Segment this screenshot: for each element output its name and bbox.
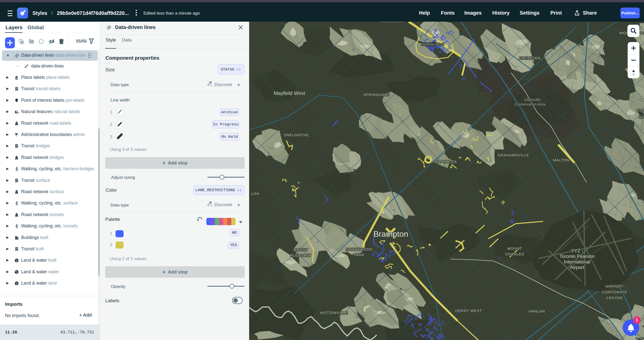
svg-text:YYZ -: YYZ - bbox=[571, 248, 583, 253]
svg-text:ETOBICO: ETOBICO bbox=[637, 109, 644, 113]
svg-text:Airport: Airport bbox=[570, 265, 584, 270]
svg-text:BRAMALEA: BRAMALEA bbox=[435, 160, 457, 164]
svg-text:MALTON: MALTON bbox=[553, 158, 569, 162]
svg-text:SNELGROVE: SNELGROVE bbox=[284, 133, 309, 137]
svg-text:HUTTONVILLE: HUTTONVILLE bbox=[320, 311, 348, 315]
svg-text:MOUNT: MOUNT bbox=[293, 248, 308, 252]
svg-text:LOA: LOA bbox=[251, 192, 259, 196]
svg-text:PLEASANT: PLEASANT bbox=[290, 253, 311, 257]
svg-text:CHARLES: CHARLES bbox=[505, 252, 524, 256]
svg-text:HANLAN: HANLAN bbox=[529, 309, 545, 313]
svg-text:SPRINGDALE: SPRINGDALE bbox=[363, 93, 389, 97]
svg-text:Mayfield West: Mayfield West bbox=[274, 90, 305, 96]
svg-text:NORTH: NORTH bbox=[639, 115, 644, 119]
svg-text:MOUNT: MOUNT bbox=[507, 247, 522, 251]
svg-text:Conservation Area: Conservation Area bbox=[514, 102, 545, 106]
svg-text:EBENEZER: EBENEZER bbox=[519, 56, 541, 60]
svg-text:PARK: PARK bbox=[354, 253, 364, 257]
svg-text:Claireville: Claireville bbox=[524, 97, 540, 102]
svg-text:Treeline Pond: Treeline Pond bbox=[421, 42, 444, 46]
svg-text:CORPORATE: CORPORATE bbox=[602, 290, 627, 294]
svg-text:Brampton: Brampton bbox=[373, 229, 408, 239]
svg-text:GRAHAMSVILLE: GRAHAMSVILLE bbox=[498, 153, 529, 157]
svg-text:Toronto Pearson: Toronto Pearson bbox=[559, 254, 594, 259]
svg-text:International: International bbox=[564, 259, 590, 264]
svg-text:TULLAMORE: TULLAMORE bbox=[379, 22, 404, 23]
svg-text:AIRPORT: AIRPORT bbox=[605, 284, 623, 288]
svg-text:CENTRE: CENTRE bbox=[606, 296, 623, 300]
svg-text:DERRY WEST: DERRY WEST bbox=[455, 309, 482, 313]
svg-text:NORTHWOOD: NORTHWOOD bbox=[346, 247, 372, 251]
